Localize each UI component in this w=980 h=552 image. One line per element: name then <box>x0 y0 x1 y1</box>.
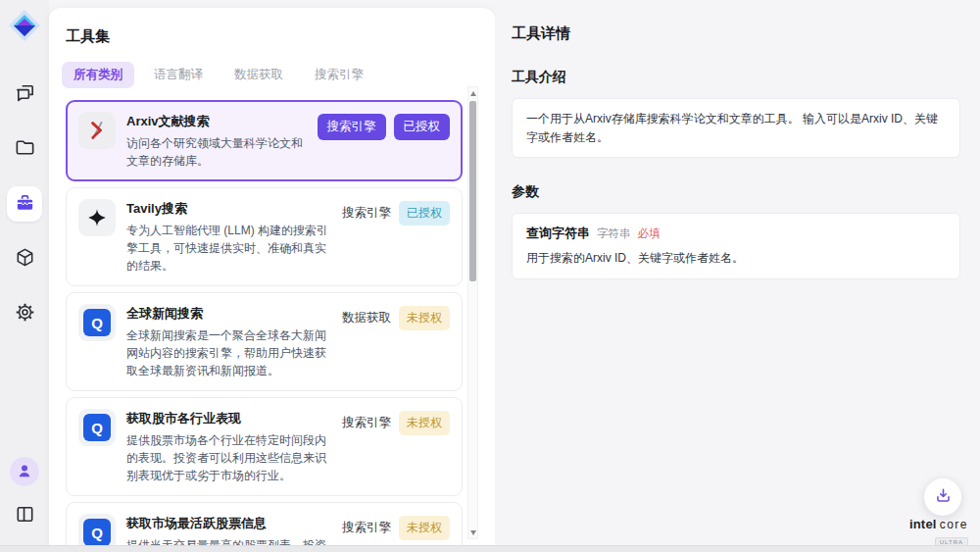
tool-desc: 提供股票市场各个行业在特定时间段内的表现。投资者可以利用这些信息来识别表现优于或… <box>126 431 331 484</box>
cube-icon <box>14 246 36 272</box>
tool-desc: 提供当天交易量最高的股票列表，投资者可以利用这些信息来识别流动性强的股票和潜在的… <box>126 536 331 545</box>
category-badge: 搜索引擎 <box>342 415 391 431</box>
download-icon <box>934 486 953 508</box>
auth-status-badge: 已授权 <box>394 114 451 140</box>
tool-list: Arxiv文献搜索 访问各个研究领域大量科学论文和文章的存储库。 搜索引擎 已授… <box>66 100 463 545</box>
intel-core-logo: intelcore ULTRA <box>909 516 968 547</box>
sidebar <box>0 0 49 545</box>
sidebar-item-plugins[interactable] <box>7 241 42 276</box>
tab-data-fetch[interactable]: 数据获取 <box>222 62 295 88</box>
tool-name: Arxiv文献搜索 <box>126 113 307 130</box>
tool-desc: 全球新闻搜索是一个聚合全球各大新闻网站内容的搜索引擎，帮助用户快速获取全球最新资… <box>126 326 331 379</box>
param-desc: 用于搜索的Arxiv ID、关键字或作者姓名。 <box>526 249 946 268</box>
tools-panel: 工具集 所有类别 语言翻译 数据获取 搜索引擎 Arxiv文献搜索 访问各个研究… <box>49 8 495 545</box>
detail-title: 工具详情 <box>512 25 980 43</box>
tavily-icon <box>78 199 116 236</box>
tab-search-engine[interactable]: 搜索引擎 <box>303 62 375 88</box>
auth-status-badge: 未授权 <box>399 516 450 540</box>
category-badge: 搜索引擎 <box>342 520 391 536</box>
panel-icon <box>14 503 36 528</box>
scrollbar-thumb[interactable] <box>469 101 476 281</box>
juhe-q-icon: Q <box>78 304 116 341</box>
tool-item-tavily[interactable]: Tavily搜索 专为人工智能代理 (LLM) 构建的搜索引擎工具，可快速提供实… <box>66 187 463 286</box>
category-tabs: 所有类别 语言翻译 数据获取 搜索引擎 <box>62 62 495 88</box>
tool-name: 获取市场最活跃股票信息 <box>126 515 331 532</box>
scroll-up-arrow-icon[interactable] <box>468 88 477 98</box>
intro-heading: 工具介绍 <box>512 69 980 86</box>
sidebar-nav <box>7 76 42 331</box>
tool-name: 获取股市各行业表现 <box>126 410 331 427</box>
juhe-q-icon: Q <box>78 514 116 545</box>
tab-translation[interactable]: 语言翻译 <box>142 62 215 88</box>
scroll-down-arrow-icon[interactable] <box>468 527 477 537</box>
sidebar-bottom <box>7 457 42 533</box>
param-name: 查询字符串 <box>526 225 590 242</box>
tab-all-categories[interactable]: 所有类别 <box>62 62 134 88</box>
tool-name: 全球新闻搜索 <box>126 305 331 323</box>
tool-item-active-stocks[interactable]: Q 获取市场最活跃股票信息 提供当天交易量最高的股票列表，投资者可以利用这些信息… <box>66 502 463 545</box>
param-card: 查询字符串 字符串 必填 用于搜索的Arxiv ID、关键字或作者姓名。 <box>512 213 960 279</box>
app-logo <box>7 8 42 43</box>
gear-icon <box>14 301 36 326</box>
folder-icon <box>14 136 36 162</box>
download-button[interactable] <box>924 478 961 516</box>
list-scrollbar[interactable] <box>467 86 478 539</box>
tool-item-global-news[interactable]: Q 全球新闻搜索 全球新闻搜索是一个聚合全球各大新闻网站内容的搜索引擎，帮助用户… <box>66 292 463 391</box>
intro-text: 一个用于从Arxiv存储库搜索科学论文和文章的工具。 输入可以是Arxiv ID… <box>526 110 946 146</box>
sidebar-item-settings[interactable] <box>7 296 42 331</box>
sidebar-item-chat[interactable] <box>7 76 42 112</box>
user-avatar[interactable] <box>10 457 39 486</box>
tool-item-sector-performance[interactable]: Q 获取股市各行业表现 提供股票市场各个行业在特定时间段内的表现。投资者可以利用… <box>66 397 463 496</box>
sidebar-item-tools[interactable] <box>7 186 42 222</box>
param-type: 字符串 <box>597 226 631 241</box>
auth-status-badge: 未授权 <box>399 411 450 435</box>
juhe-q-icon: Q <box>78 409 116 446</box>
chat-icon <box>14 81 36 107</box>
auth-status-badge: 未授权 <box>399 306 450 330</box>
toolbox-icon <box>14 191 36 217</box>
intro-card: 一个用于从Arxiv存储库搜索科学论文和文章的工具。 输入可以是Arxiv ID… <box>512 98 960 158</box>
page-title: 工具集 <box>66 27 495 46</box>
category-badge: 搜索引擎 <box>342 205 391 222</box>
tool-detail-panel: 工具详情 工具介绍 一个用于从Arxiv存储库搜索科学论文和文章的工具。 输入可… <box>495 0 980 545</box>
category-badge: 搜索引擎 <box>318 114 386 140</box>
arxiv-icon <box>78 112 116 149</box>
param-required-flag: 必填 <box>638 226 661 241</box>
sidebar-toggle[interactable] <box>7 498 42 533</box>
category-badge: 数据获取 <box>342 310 391 326</box>
window-bottom-edge <box>0 545 980 552</box>
auth-status-badge: 已授权 <box>399 201 450 226</box>
user-icon <box>15 461 34 483</box>
tool-item-arxiv[interactable]: Arxiv文献搜索 访问各个研究领域大量科学论文和文章的存储库。 搜索引擎 已授… <box>66 100 463 181</box>
tool-desc: 访问各个研究领域大量科学论文和文章的存储库。 <box>126 134 307 170</box>
sidebar-item-files[interactable] <box>7 131 42 167</box>
tool-desc: 专为人工智能代理 (LLM) 构建的搜索引擎工具，可快速提供实时、准确和真实的结… <box>126 222 331 275</box>
tool-name: Tavily搜索 <box>126 200 331 218</box>
params-heading: 参数 <box>512 183 980 201</box>
